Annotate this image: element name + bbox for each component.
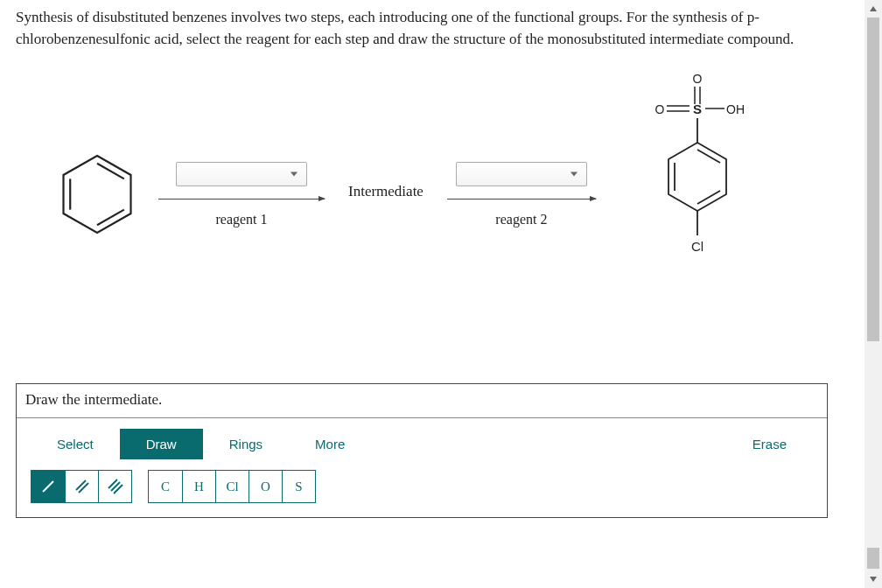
svg-marker-27 xyxy=(870,577,877,582)
scrollbar-thumb-lower[interactable] xyxy=(867,548,879,569)
single-bond-icon xyxy=(39,478,57,495)
scroll-down-arrow-icon[interactable] xyxy=(864,570,882,588)
draw-tab[interactable]: Draw xyxy=(120,429,203,459)
scrollbar-thumb[interactable] xyxy=(867,18,879,341)
svg-line-15 xyxy=(697,150,720,163)
element-group: C H Cl O S xyxy=(148,470,316,503)
svg-line-20 xyxy=(43,481,53,492)
single-bond-tool[interactable] xyxy=(32,471,65,502)
select-tab[interactable]: Select xyxy=(31,429,120,459)
svg-text:O: O xyxy=(692,72,702,86)
element-s-button[interactable]: S xyxy=(282,471,315,502)
svg-text:S: S xyxy=(693,102,702,116)
triple-bond-icon xyxy=(106,477,125,496)
svg-line-16 xyxy=(697,191,720,204)
benzene-start-structure xyxy=(49,146,145,242)
reaction-arrow-2 xyxy=(447,199,596,200)
element-h-button[interactable]: H xyxy=(182,471,215,502)
svg-marker-26 xyxy=(870,6,877,11)
rings-tab[interactable]: Rings xyxy=(203,429,289,459)
reagent-1-dropdown[interactable] xyxy=(176,162,307,186)
question-text: Synthesis of disubstituted benzenes invo… xyxy=(16,7,847,50)
vertical-scrollbar[interactable] xyxy=(864,0,882,588)
draw-tabs-row: Select Draw Rings More Erase xyxy=(17,418,827,470)
more-tab[interactable]: More xyxy=(289,429,371,459)
svg-marker-14 xyxy=(668,143,726,211)
reaction-scheme: reagent 1 Intermediate reagent 2 O O S O… xyxy=(16,120,847,269)
reagent-2-label: reagent 2 xyxy=(495,212,547,228)
draw-panel-header: Draw the intermediate. xyxy=(17,384,827,418)
double-bond-tool[interactable] xyxy=(65,471,98,502)
element-cl-button[interactable]: Cl xyxy=(215,471,248,502)
svg-line-21 xyxy=(76,480,86,490)
reaction-arrow-1 xyxy=(158,199,325,200)
reagent-1-label: reagent 1 xyxy=(215,212,267,228)
triple-bond-tool[interactable] xyxy=(98,471,131,502)
element-o-button[interactable]: O xyxy=(248,471,282,502)
svg-line-22 xyxy=(79,483,88,493)
svg-text:O: O xyxy=(654,102,664,116)
bond-tools-row: C H Cl O S xyxy=(17,470,827,517)
draw-intermediate-panel: Draw the intermediate. Select Draw Rings… xyxy=(16,383,828,518)
scroll-up-arrow-icon[interactable] xyxy=(864,0,882,18)
double-bond-icon xyxy=(74,478,91,495)
intermediate-label: Intermediate xyxy=(338,183,434,200)
element-c-button[interactable]: C xyxy=(149,471,182,502)
erase-button[interactable]: Erase xyxy=(726,429,813,459)
svg-line-2 xyxy=(97,210,124,226)
reagent-1-step: reagent 1 xyxy=(145,162,338,228)
svg-marker-0 xyxy=(64,156,131,233)
reagent-2-step: reagent 2 xyxy=(434,162,609,228)
bond-type-group xyxy=(31,470,132,503)
product-structure: O O S OH Cl xyxy=(632,67,763,269)
svg-line-1 xyxy=(97,164,124,179)
svg-text:Cl: Cl xyxy=(691,239,704,254)
reagent-2-dropdown[interactable] xyxy=(456,162,587,186)
svg-text:OH: OH xyxy=(726,102,745,116)
